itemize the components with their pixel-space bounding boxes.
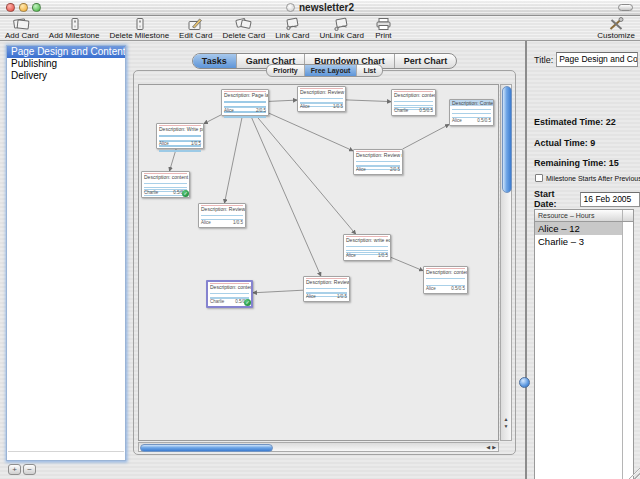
app-window: newsletter2 Add CardAdd MilestoneDelete … — [0, 0, 640, 479]
task-card-b[interactable]: Description: Review page 1 articleAlice1… — [297, 86, 346, 112]
task-card-c[interactable]: Description: content for page 1 articleC… — [391, 89, 436, 116]
splitter-handle[interactable] — [519, 377, 530, 388]
scroll-up-arrow-icon[interactable]: ▲ — [501, 416, 511, 423]
task-card-a[interactable]: Description: Page layoutAlice2/0.5 — [221, 89, 269, 116]
milestone-list-item[interactable]: Page Design and Content — [7, 46, 125, 58]
inspector-panel: Title: Page Design and Conte Estimated T… — [530, 41, 640, 479]
task-card-k[interactable]: Description: Review mini page article 2A… — [303, 276, 350, 302]
card-hours: 1/0.5 — [191, 141, 201, 147]
scroll-right-arrow-icon[interactable]: ▶ — [492, 443, 496, 451]
resource-row[interactable]: Alice – 12 — [535, 222, 622, 235]
start-date-field[interactable]: 16 Feb 2005 — [580, 192, 640, 207]
card-title: Description: content for mini page artic… — [208, 284, 251, 290]
remove-milestone-list-button[interactable]: − — [23, 464, 36, 475]
milestone-list[interactable]: Page Design and ContentPublishingDeliver… — [6, 45, 126, 461]
edit-card-button[interactable]: Edit Card — [174, 17, 217, 41]
task-card-g[interactable]: Description: Review/MarketingAlice1/0.5 — [198, 203, 246, 228]
task-card-h[interactable]: Description: Review mini page articleAli… — [353, 149, 403, 175]
card-link-a-e — [204, 115, 221, 124]
subtab-priority[interactable]: Priority — [267, 65, 305, 76]
milestone-starts-checkbox[interactable] — [535, 174, 543, 182]
resource-table-scrollbar[interactable] — [622, 222, 633, 479]
card-ruled-line — [452, 109, 491, 110]
add-milestone-list-button[interactable]: + — [8, 464, 21, 475]
toolbar: Add CardAdd MilestoneDelete MilestoneEdi… — [0, 16, 640, 41]
task-card-i[interactable]: Description: write editorial articleAlic… — [343, 234, 391, 261]
window-title-area: newsletter2 — [0, 0, 640, 15]
horizontal-scroll-thumb[interactable] — [140, 444, 273, 452]
resource-hours-header-label: Resource – Hours — [535, 210, 623, 221]
card-hours: 1/0.5 — [337, 294, 347, 300]
card-footer: Alice2/0.5 — [356, 166, 400, 173]
task-card-e[interactable]: Description: Write page 5 articleAlice1/… — [156, 123, 204, 149]
subtab-free-layout[interactable]: Free Layout — [305, 65, 358, 76]
card-resource: Alice — [224, 108, 234, 114]
card-title: Description: content for page 1 article — [392, 92, 435, 98]
card-hours: 2/0.5 — [390, 167, 400, 173]
card-ruled-line — [300, 98, 343, 99]
resource-hours-header[interactable]: Resource – Hours — [535, 210, 633, 222]
card-footer: Alice0.5/0.5 — [426, 285, 465, 292]
add-milestone-button[interactable]: Add Milestone — [44, 17, 105, 41]
milestone-list-item[interactable]: Delivery — [7, 70, 125, 82]
card-resource: Alice — [201, 220, 211, 226]
remaining-time-label: Remaining Time: 15 — [534, 158, 619, 168]
card-link-a-k — [251, 116, 321, 276]
edit-card-icon — [186, 17, 205, 31]
card-resource: Alice — [426, 286, 436, 292]
window-title: newsletter2 — [299, 2, 354, 13]
resource-hours-table[interactable]: Resource – Hours Alice – 12Charlie – 3 — [534, 209, 634, 479]
card-ruled-line — [144, 187, 187, 188]
card-link-i-j — [391, 257, 423, 270]
link-card-button[interactable]: Link Card — [270, 17, 314, 41]
estimated-time-label: Estimated Time: 22 — [534, 117, 616, 127]
toolbar-item-label: Print — [375, 31, 391, 40]
title-field[interactable]: Page Design and Conte — [556, 52, 638, 67]
customize-button[interactable]: Customize — [592, 17, 640, 41]
delete-milestone-button[interactable]: Delete Milestone — [105, 17, 175, 41]
card-hours: 1/0.5 — [378, 253, 388, 259]
card-title: Description: Review mini page article — [354, 152, 402, 158]
task-card-f[interactable]: Description: content for page 5 articleC… — [141, 171, 190, 198]
task-card-d[interactable]: Description: Content for mini page artic… — [449, 99, 494, 126]
milestone-list-hscrollbar[interactable] — [8, 451, 124, 459]
card-hours: 0.5/0.5 — [451, 286, 465, 292]
canvas-horizontal-scrollbar[interactable]: ◀ ▶ — [138, 442, 499, 452]
card-link-a-i — [256, 116, 355, 234]
subtab-list[interactable]: List — [357, 65, 381, 76]
free-layout-canvas[interactable]: Description: Page layoutAlice2/0.5Descri… — [138, 84, 499, 441]
card-ruled-line — [159, 150, 201, 152]
unlink-card-button[interactable]: UnLink Card — [314, 17, 368, 41]
card-resource: Alice — [356, 167, 366, 173]
card-ruled-line — [159, 135, 201, 137]
toolbar-toggle-button[interactable] — [618, 4, 633, 11]
delete-card-button[interactable]: Delete Card — [217, 17, 270, 41]
canvas-vertical-scrollbar[interactable]: ▲ ▼ — [500, 84, 512, 441]
card-resource: Charlie — [210, 299, 224, 305]
add-card-button[interactable]: Add Card — [0, 17, 44, 41]
start-date-label: Start Date: — [534, 189, 577, 209]
customize-icon — [607, 17, 626, 31]
milestone-list-item[interactable]: Publishing — [7, 58, 125, 70]
card-ruled-line — [210, 293, 249, 294]
vertical-scroll-thumb[interactable] — [502, 86, 512, 193]
check-icon: ✓ — [244, 299, 251, 306]
card-link-a-g — [225, 116, 243, 203]
card-hours: 2/0.5 — [256, 108, 266, 114]
print-button[interactable]: Print — [369, 17, 398, 41]
toolbar-item-label: Link Card — [275, 31, 309, 40]
card-resource: Alice — [346, 253, 356, 259]
toolbar-item-label: Delete Card — [222, 31, 265, 40]
card-footer: Alice1/0.5 — [306, 293, 347, 300]
panel-splitter[interactable] — [525, 41, 527, 479]
scroll-down-arrow-icon[interactable]: ▼ — [501, 423, 511, 430]
actual-time-label: Actual Time: 9 — [534, 138, 595, 148]
resource-row[interactable]: Charlie – 3 — [535, 235, 622, 248]
scroll-left-arrow-icon[interactable]: ◀ — [486, 443, 490, 451]
task-card-l[interactable]: Description: content for mini page artic… — [206, 280, 253, 308]
card-hours: 1/0.5 — [333, 104, 343, 110]
task-card-j[interactable]: Description: content for editorial pageA… — [423, 266, 468, 294]
card-hours: 0.5/0.5 — [419, 108, 433, 114]
card-link-a-b — [269, 100, 297, 101]
check-icon: ✓ — [182, 190, 189, 197]
